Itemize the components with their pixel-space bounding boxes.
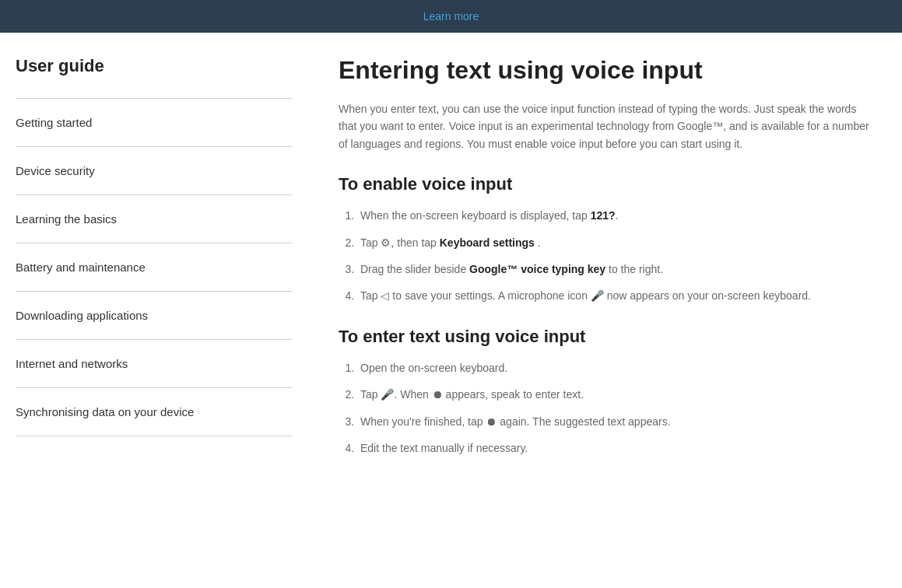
list-item: When the on-screen keyboard is displayed… [357, 207, 871, 224]
list-item: Tap ⚙, then tap Keyboard settings . [357, 234, 871, 251]
list-item: Edit the text manually if necessary. [357, 439, 871, 457]
sidebar-item-battery-and-maintenance[interactable]: Battery and maintenance [16, 243, 292, 292]
sidebar: User guide Getting started Device securi… [0, 33, 307, 588]
top-bar: Learn more [0, 0, 902, 33]
intro-paragraph: When you enter text, you can use the voi… [339, 100, 871, 152]
sidebar-item-downloading-applications[interactable]: Downloading applications [16, 292, 292, 340]
sidebar-item-synchronising-data[interactable]: Synchronising data on your device [16, 388, 292, 436]
sidebar-item-getting-started[interactable]: Getting started [16, 98, 292, 147]
section2-title: To enter text using voice input [339, 327, 871, 347]
main-container: User guide Getting started Device securi… [0, 33, 902, 588]
sidebar-title: User guide [16, 56, 292, 76]
sidebar-item-learning-the-basics[interactable]: Learning the basics [16, 195, 292, 243]
list-item: Open the on-screen keyboard. [357, 359, 871, 376]
sidebar-item-device-security[interactable]: Device security [16, 147, 292, 195]
section1-steps: When the on-screen keyboard is displayed… [339, 207, 871, 305]
list-item: Tap 🎤. When ⏺ appears, speak to enter te… [357, 386, 871, 403]
list-item: When you're finished, tap ⏺ again. The s… [357, 413, 871, 430]
content-area: Entering text using voice input When you… [307, 33, 902, 588]
learn-more-link[interactable]: Learn more [423, 10, 479, 23]
sidebar-item-internet-and-networks[interactable]: Internet and networks [16, 340, 292, 388]
list-item: Tap ◁ to save your settings. A microphon… [357, 287, 871, 304]
section2-steps: Open the on-screen keyboard. Tap 🎤. When… [339, 359, 871, 457]
content-title: Entering text using voice input [339, 56, 871, 85]
section1-title: To enable voice input [339, 174, 871, 194]
list-item: Drag the slider beside Google™ voice typ… [357, 261, 871, 278]
